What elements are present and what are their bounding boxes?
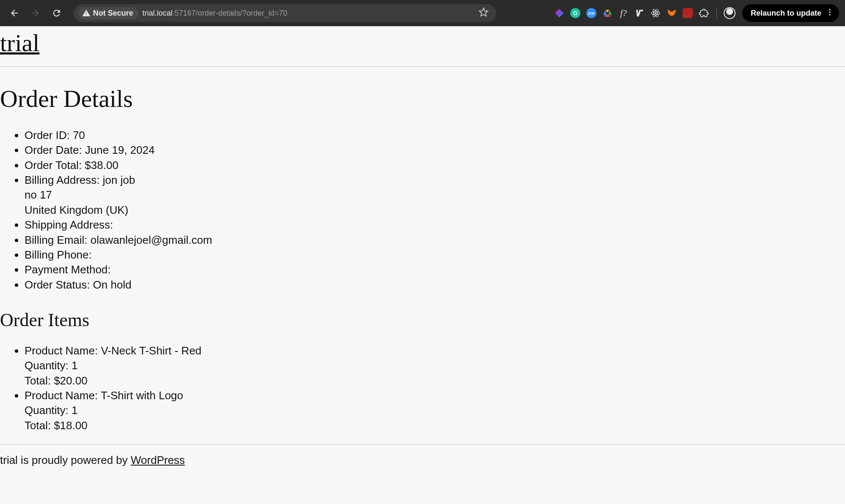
billing-phone-row: Billing Phone: — [25, 248, 845, 262]
relaunch-label: Relaunch to update — [751, 9, 821, 18]
svg-marker-4 — [603, 10, 606, 14]
order-items-list: Product Name: V-Neck T-Shirt - Red Quant… — [0, 343, 845, 433]
order-details-heading: Order Details — [0, 84, 845, 113]
address-bar[interactable]: Not Secure trial.local:57167/order-detai… — [74, 4, 496, 22]
list-item: Product Name: T-Shirt with Logo Quantity… — [25, 388, 845, 433]
warning-icon — [82, 9, 90, 17]
profile-avatar[interactable] — [724, 7, 736, 19]
order-total-row: Order Total: $38.00 — [25, 158, 845, 173]
billing-address-line3: United Kingdom (UK) — [25, 203, 845, 218]
billing-address-line1: jon job — [103, 174, 135, 186]
order-total-value: $38.00 — [85, 159, 119, 172]
svg-point-16 — [829, 11, 830, 13]
item-qty-label: Quantity: — [25, 359, 68, 372]
fox-icon — [667, 8, 677, 18]
item-name-label: Product Name: — [25, 389, 98, 402]
shipping-address-row: Shipping Address: — [25, 218, 845, 232]
relaunch-button[interactable]: Relaunch to update — [742, 4, 839, 22]
site-title-link[interactable]: trial — [0, 26, 39, 66]
metamask-icon[interactable] — [666, 7, 678, 19]
list-item: Product Name: V-Neck T-Shirt - Red Quant… — [25, 343, 845, 388]
order-date-value: June 19, 2024 — [85, 144, 155, 156]
order-total-label: Order Total: — [25, 159, 82, 172]
grammarly-icon[interactable]: G — [569, 7, 581, 19]
item-name-value: V-Neck T-Shirt - Red — [101, 344, 202, 357]
upi-glyph-icon — [634, 8, 645, 18]
drive-icon[interactable] — [602, 7, 613, 19]
red-square-icon[interactable] — [682, 7, 694, 19]
shipping-address-label: Shipping Address: — [25, 218, 113, 231]
billing-address-line2: no 17 — [25, 188, 845, 202]
billing-email-label: Billing Email: — [25, 234, 88, 246]
puzzle-icon — [698, 8, 709, 19]
item-total-value: $18.00 — [54, 419, 88, 432]
order-status-value: On hold — [93, 278, 131, 291]
order-id-row: Order ID: 70 — [25, 128, 845, 143]
zoom-icon[interactable]: zm — [585, 7, 597, 19]
order-details-list: Order ID: 70 Order Date: June 19, 2024 O… — [0, 128, 845, 292]
item-qty-value: 1 — [71, 359, 77, 372]
browser-chrome: Not Secure trial.local:57167/order-detai… — [0, 0, 845, 26]
drive-triangle-icon — [602, 8, 613, 18]
order-id-value: 70 — [73, 129, 85, 142]
order-id-label: Order ID: — [25, 129, 70, 142]
atom-svg-icon — [651, 8, 661, 18]
item-qty-value: 1 — [71, 404, 77, 417]
diamond-icon — [554, 8, 564, 18]
bookmark-button[interactable] — [479, 7, 489, 19]
page-content: Order Details Order ID: 70 Order Date: J… — [0, 67, 845, 444]
footer-wordpress-link[interactable]: WordPress — [131, 454, 185, 466]
billing-address-label: Billing Address: — [25, 174, 100, 186]
svg-marker-2 — [606, 10, 609, 13]
chrome-right-cluster: G zm f? Relaunch to update — [553, 4, 839, 22]
page: trial Order Details Order ID: 70 Order D… — [0, 26, 845, 504]
item-total-label: Total: — [25, 374, 51, 387]
url-text: trial.local:57167/order-details/?order_i… — [142, 9, 287, 18]
billing-email-row: Billing Email: olawanlejoel@gmail.com — [25, 233, 845, 248]
rainbow-diamond-icon[interactable] — [553, 7, 565, 19]
url-host: trial.local — [142, 9, 172, 17]
item-total-label: Total: — [25, 419, 51, 432]
item-qty-label: Quantity: — [25, 404, 68, 417]
arrow-left-icon — [9, 8, 19, 18]
kebab-menu-button[interactable] — [826, 8, 834, 19]
back-button[interactable] — [6, 5, 23, 22]
not-secure-label: Not Secure — [93, 9, 133, 18]
arrow-right-icon — [30, 8, 41, 18]
item-total-value: $20.00 — [54, 374, 88, 387]
url-rest: :57167/order-details/?order_id=70 — [172, 9, 287, 17]
atom-icon[interactable] — [650, 7, 662, 19]
divider — [716, 7, 717, 19]
billing-email-value: olawanlejoel@gmail.com — [90, 234, 212, 246]
svg-marker-3 — [609, 10, 612, 14]
star-outline-icon — [479, 7, 489, 17]
extensions-puzzle-icon[interactable] — [698, 7, 710, 19]
svg-point-15 — [829, 9, 830, 10]
fquestion-icon[interactable]: f? — [618, 7, 629, 19]
order-date-label: Order Date: — [25, 144, 82, 156]
reload-button[interactable] — [48, 5, 65, 22]
svg-point-9 — [655, 12, 656, 14]
order-status-label: Order Status: — [25, 278, 90, 291]
billing-phone-label: Billing Phone: — [25, 248, 92, 261]
order-date-row: Order Date: June 19, 2024 — [25, 143, 845, 158]
forward-button — [27, 5, 44, 22]
svg-rect-8 — [641, 10, 643, 11]
payment-method-row: Payment Method: — [25, 262, 845, 277]
reload-icon — [52, 8, 62, 18]
not-secure-chip[interactable]: Not Secure — [79, 7, 138, 19]
item-name-label: Product Name: — [25, 344, 98, 357]
svg-marker-0 — [555, 9, 563, 17]
payment-method-label: Payment Method: — [25, 263, 111, 276]
svg-point-17 — [829, 14, 830, 15]
order-items-heading: Order Items — [0, 309, 845, 331]
billing-address-row: Billing Address: jon job no 17 United Ki… — [25, 173, 845, 218]
upi-icon[interactable] — [634, 7, 645, 19]
footer-prefix: trial is proudly powered by — [0, 454, 131, 466]
order-status-row: Order Status: On hold — [25, 278, 845, 292]
kebab-icon — [826, 8, 834, 16]
footer: trial is proudly powered by WordPress — [0, 444, 845, 484]
item-name-value: T-Shirt with Logo — [101, 389, 183, 402]
